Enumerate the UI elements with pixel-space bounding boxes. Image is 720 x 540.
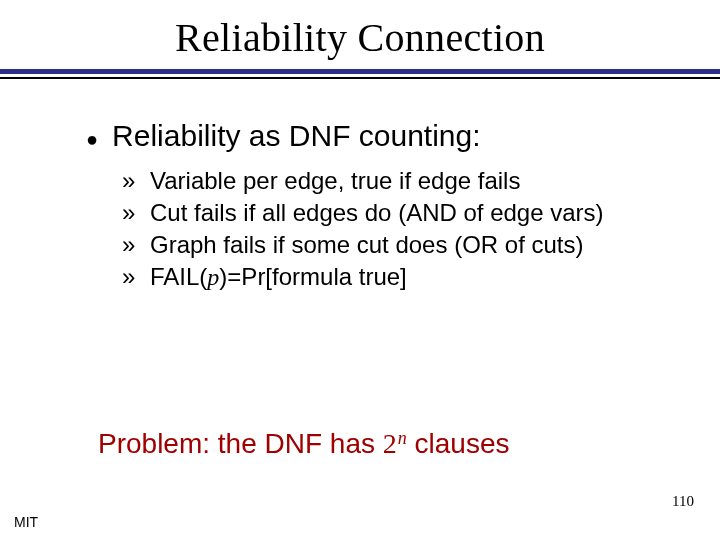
rule-thick [0,69,720,74]
problem-base: 2 [383,428,397,459]
raquo-icon: » [122,199,142,227]
slide-title: Reliability Connection [0,0,720,61]
problem-exp: n [398,428,407,448]
bullet-level1-text: Reliability as DNF counting: [112,119,480,153]
sub-bullet-list: » Variable per edge, true if edge fails … [122,167,672,291]
sub-bullet-item: » Cut fails if all edges do (AND of edge… [122,199,672,227]
sub-bullet-text-ital: p [207,264,219,290]
problem-line: Problem: the DNF has 2n clauses [98,428,510,460]
footer-mit: MIT [14,514,38,530]
title-rule [0,69,720,79]
sub-bullet-item: » FAIL(p)=Pr[formula true] [122,263,672,291]
sub-bullet-text: Variable per edge, true if edge fails [150,167,520,195]
sub-bullet-text-pre: FAIL( [150,263,207,290]
slide: Reliability Connection ● Reliability as … [0,0,720,540]
bullet-dot-icon: ● [86,129,98,149]
sub-bullet-item: » Variable per edge, true if edge fails [122,167,672,195]
sub-bullet-text: FAIL(p)=Pr[formula true] [150,263,407,291]
problem-pre: Problem: the DNF has [98,428,383,459]
sub-bullet-text-post: )=Pr[formula true] [219,263,406,290]
sub-bullet-item: » Graph fails if some cut does (OR of cu… [122,231,672,259]
sub-bullet-text: Graph fails if some cut does (OR of cuts… [150,231,584,259]
bullet-level1: ● Reliability as DNF counting: [86,119,672,153]
sub-bullet-text: Cut fails if all edges do (AND of edge v… [150,199,604,227]
raquo-icon: » [122,263,142,291]
page-number: 110 [672,493,694,510]
raquo-icon: » [122,231,142,259]
problem-post: clauses [407,428,510,459]
raquo-icon: » [122,167,142,195]
slide-body: ● Reliability as DNF counting: » Variabl… [0,79,720,291]
